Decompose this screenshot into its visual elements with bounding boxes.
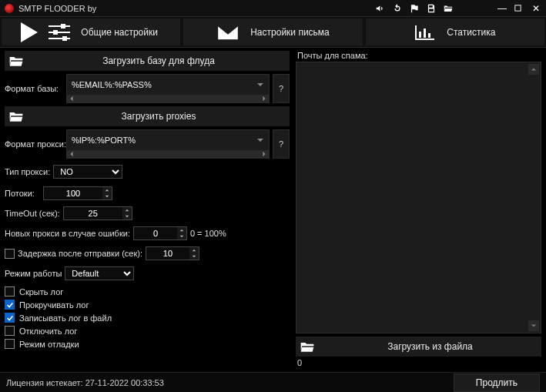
load-base-label: Загрузить базу для флуда	[31, 55, 286, 66]
debug-checkbox[interactable]: Режим отладки	[5, 339, 290, 349]
svg-rect-3	[428, 33, 430, 38]
delay-value: 10	[146, 249, 189, 258]
threads-value: 100	[44, 189, 102, 198]
folder-open-icon	[8, 110, 25, 122]
titlebar: SMTP FLOODER by — ✕	[0, 0, 546, 17]
newproxy-label: Новых прокси в случае ошибки:	[5, 229, 130, 238]
spinner-up[interactable]	[102, 187, 112, 193]
envelope-icon	[216, 24, 240, 41]
svg-rect-1	[419, 32, 421, 38]
timeout-value: 25	[64, 209, 122, 218]
app-title: SMTP FLOODER by	[18, 4, 96, 13]
spinner-up[interactable]	[189, 247, 199, 253]
app-icon	[5, 4, 14, 13]
tab-general[interactable]: Общие настройки	[2, 18, 180, 45]
disablelog-label: Отключить лог	[19, 327, 77, 336]
base-format-label: Формат базы:	[5, 84, 63, 93]
threads-label: Потоки:	[5, 189, 40, 198]
timeout-spinner[interactable]: 25	[63, 206, 132, 220]
spam-count: 0	[296, 357, 541, 369]
spinner-down[interactable]	[177, 233, 186, 240]
proxy-format-combo[interactable]: %IP%:%PORT%	[66, 129, 270, 159]
chevron-down-icon	[256, 81, 264, 89]
spinner-down[interactable]	[189, 253, 199, 260]
combo-hscroll[interactable]	[67, 95, 269, 102]
megaphone-icon[interactable]	[375, 3, 386, 14]
folder-open-icon[interactable]	[443, 3, 454, 14]
footer: Лицензия истекает: 27-11-2022 00:33:53 П…	[0, 372, 546, 392]
save-icon[interactable]	[426, 3, 437, 14]
base-format-combo[interactable]: %EMAIL%:%PASS%	[66, 74, 270, 103]
svg-rect-2	[424, 28, 426, 38]
tabs: Общие настройки Настройки письма Статист…	[0, 17, 546, 48]
minimize-button[interactable]: —	[497, 3, 507, 14]
filelog-label: Записывать лог в файл	[19, 313, 112, 323]
tab-general-label: Общие настройки	[81, 27, 158, 38]
vertical-scrollbar[interactable]	[528, 64, 539, 331]
load-from-file-button[interactable]: Загрузить из файла	[296, 337, 541, 357]
combo-hscroll[interactable]	[67, 150, 269, 158]
scroll-down-icon[interactable]	[528, 320, 539, 331]
delay-label: Задержка после отправки (сек):	[18, 249, 142, 258]
spam-emails-textarea[interactable]	[296, 62, 541, 333]
renew-button[interactable]: Продлить	[454, 374, 540, 392]
folder-open-icon	[299, 340, 316, 353]
spinner-down[interactable]	[102, 193, 112, 199]
mode-select[interactable]: Default	[65, 266, 134, 280]
titlebar-actions: — ✕	[375, 3, 541, 14]
renew-label: Продлить	[476, 377, 518, 388]
maximize-button[interactable]	[514, 4, 524, 12]
tab-stats[interactable]: Статистика	[366, 18, 544, 45]
scrolllog-label: Прокручивать лог	[19, 300, 89, 310]
spinner-up[interactable]	[177, 227, 186, 233]
tab-stats-label: Статистика	[447, 27, 495, 38]
filelog-checkbox[interactable]: Записывать лог в файл	[5, 313, 290, 323]
proxy-format-label: Формат прокси:	[5, 139, 63, 149]
chevron-down-icon	[256, 136, 264, 144]
spam-emails-label: Почты для спама:	[297, 51, 541, 60]
scroll-up-icon[interactable]	[528, 64, 539, 75]
refresh-icon[interactable]	[392, 3, 403, 14]
newproxy-spinner[interactable]: 0	[133, 226, 187, 240]
left-panel: Загрузить базу для флуда Формат базы: %E…	[0, 48, 294, 372]
proxy-type-select[interactable]: NO	[53, 165, 122, 179]
proxy-format-help[interactable]: ?	[273, 129, 290, 159]
tab-letter[interactable]: Настройки письма	[183, 18, 362, 45]
base-format-help[interactable]: ?	[273, 74, 290, 103]
load-from-file-label: Загрузить из файла	[322, 341, 538, 352]
base-format-value: %EMAIL%:%PASS%	[72, 80, 256, 89]
delay-checkbox[interactable]	[5, 249, 15, 259]
tab-letter-label: Настройки письма	[250, 27, 330, 38]
scrolllog-checkbox[interactable]: Прокручивать лог	[5, 300, 290, 310]
newproxy-value: 0	[134, 229, 177, 238]
mode-label: Режим работы	[5, 269, 62, 278]
load-proxies-label: Загрузить proxies	[31, 111, 286, 122]
folder-open-icon	[8, 55, 25, 67]
license-text: Лицензия истекает: 27-11-2022 00:33:53	[6, 378, 454, 387]
play-icon	[21, 22, 38, 42]
load-proxies-button[interactable]: Загрузить proxies	[5, 106, 290, 126]
newproxy-note: 0 = 100%	[190, 229, 226, 238]
chart-icon	[414, 24, 436, 41]
spinner-down[interactable]	[122, 213, 132, 219]
flag-icon[interactable]	[409, 3, 420, 14]
right-panel: Почты для спама: Загрузить из файла 0	[294, 48, 546, 372]
proxy-type-label: Тип прокси:	[5, 167, 50, 176]
spinner-up[interactable]	[122, 207, 132, 213]
hidelog-checkbox[interactable]: Скрыть лог	[5, 286, 290, 297]
debug-label: Режим отладки	[19, 340, 79, 349]
disablelog-checkbox[interactable]: Отключить лог	[5, 326, 290, 336]
hidelog-label: Скрыть лог	[19, 287, 63, 297]
delay-spinner[interactable]: 10	[146, 246, 199, 260]
timeout-label: TimeOut (сек):	[5, 209, 60, 218]
sliders-icon	[49, 24, 70, 41]
load-base-button[interactable]: Загрузить базу для флуда	[5, 51, 290, 71]
close-button[interactable]: ✕	[531, 3, 541, 14]
svg-rect-0	[515, 5, 521, 11]
proxy-format-value: %IP%:%PORT%	[72, 136, 256, 145]
threads-spinner[interactable]: 100	[43, 186, 112, 200]
